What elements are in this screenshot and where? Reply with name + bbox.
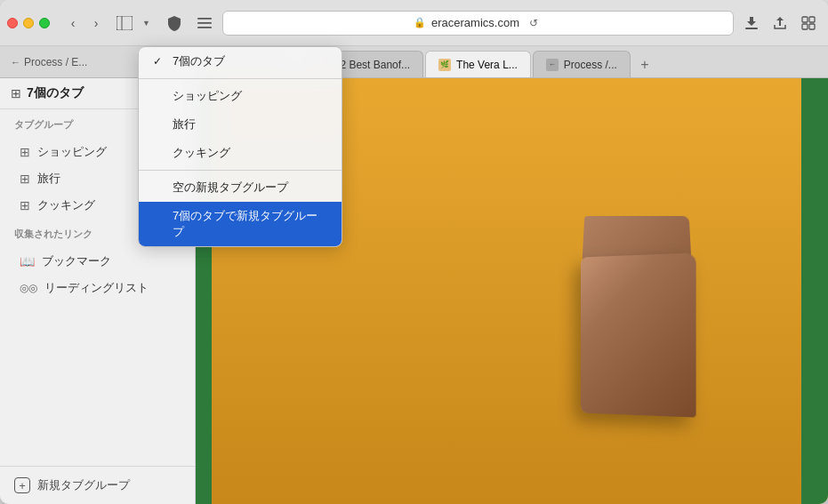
svg-rect-0 bbox=[117, 16, 133, 30]
dropdown-item-new-group-with-tabs[interactable]: 7個のタブで新規タブグループ bbox=[139, 202, 342, 246]
titlebar: ‹ › ▼ 🔒 eraceramics.com bbox=[0, 0, 828, 46]
tab-process[interactable]: ← Process /... bbox=[533, 51, 631, 77]
sidebar-item-reading-list[interactable]: ◎◎ リーディングリスト bbox=[5, 276, 189, 300]
tab-label-process: Process /... bbox=[564, 59, 617, 71]
sidebar-shopping-label: ショッピング bbox=[37, 144, 107, 160]
sidebar-toggle-button[interactable] bbox=[112, 12, 137, 34]
maximize-button[interactable] bbox=[39, 18, 50, 28]
sidebar-chevron-button[interactable]: ▼ bbox=[142, 12, 157, 34]
minimize-button[interactable] bbox=[23, 18, 34, 28]
hamburger-button[interactable] bbox=[192, 11, 217, 36]
lock-icon: 🔒 bbox=[414, 17, 426, 28]
sidebar-travel-icon: ⊞ bbox=[20, 172, 30, 186]
tab-vera[interactable]: 🌿 The Vera L... bbox=[425, 51, 531, 77]
dropdown-item-shopping-label: ショッピング bbox=[173, 88, 242, 104]
sidebar-bookmarks-icon: 📖 bbox=[20, 254, 35, 268]
clay-sculpture bbox=[579, 255, 721, 433]
forward-button[interactable]: › bbox=[85, 12, 107, 34]
sidebar-cooking-label: クッキング bbox=[37, 197, 95, 213]
download-button[interactable] bbox=[739, 11, 764, 36]
new-tab-group-icon: + bbox=[14, 477, 30, 493]
dropdown-item-shopping[interactable]: ショッピング bbox=[139, 82, 342, 110]
main-content: ⊞ 7個のタブ タブグループ ⊞ ショッピング ⊞ 旅行 ⊞ クッキング 収集さ… bbox=[0, 78, 828, 504]
svg-rect-4 bbox=[197, 27, 212, 28]
toolbar-right bbox=[739, 11, 821, 36]
new-tab-group-button[interactable]: + 新規タブグループ bbox=[14, 477, 130, 493]
reload-button[interactable]: ↺ bbox=[525, 14, 543, 32]
sidebar-item-bookmarks[interactable]: 📖 ブックマーク bbox=[5, 249, 189, 274]
dropdown-item-travel-label: 旅行 bbox=[173, 116, 196, 132]
dropdown-item-new-group-with-tabs-label: 7個のタブで新規タブグループ bbox=[173, 208, 327, 240]
traffic-lights bbox=[7, 18, 50, 28]
green-bar-right bbox=[801, 78, 828, 504]
svg-rect-5 bbox=[745, 28, 758, 29]
tab-favicon-process: ← bbox=[546, 59, 559, 71]
dropdown-item-travel[interactable]: 旅行 bbox=[139, 110, 342, 139]
dropdown-item-new-empty-group-label: 空の新規タブグループ bbox=[173, 180, 288, 196]
dropdown-menu: ✓ 7個のタブ ショッピング 旅行 クッキング 空の新規タブグループ 7個のタブ… bbox=[138, 46, 342, 247]
share-button[interactable] bbox=[768, 11, 792, 36]
tab-favicon-vera: 🌿 bbox=[438, 59, 451, 71]
address-bar[interactable]: 🔒 eraceramics.com ↺ bbox=[222, 11, 734, 36]
grid-view-button[interactable] bbox=[796, 11, 821, 36]
sidebar-cooking-icon: ⊞ bbox=[20, 198, 30, 212]
dropdown-item-cooking-label: クッキング bbox=[173, 145, 230, 161]
dropdown-item-new-empty-group[interactable]: 空の新規タブグループ bbox=[139, 173, 342, 202]
nav-buttons: ‹ › bbox=[62, 12, 107, 34]
svg-rect-8 bbox=[802, 24, 808, 29]
sidebar-travel-label: 旅行 bbox=[37, 171, 60, 187]
tab-label-vera: The Vera L... bbox=[456, 59, 518, 71]
sidebar-reading-list-label: リーディングリスト bbox=[44, 280, 149, 296]
address-text: eraceramics.com bbox=[431, 16, 519, 29]
clay-body bbox=[581, 252, 696, 417]
back-button[interactable]: ‹ bbox=[62, 12, 84, 34]
close-button[interactable] bbox=[7, 18, 18, 28]
tabs-bar: ← Process / E... 🏛 Grand Cen... 52 52 Be… bbox=[0, 46, 828, 78]
sidebar-shopping-icon: ⊞ bbox=[20, 145, 30, 159]
shield-button[interactable] bbox=[162, 11, 187, 36]
svg-rect-2 bbox=[197, 18, 212, 20]
dropdown-item-current-group-label: 7個のタブ bbox=[173, 53, 225, 69]
new-tab-button[interactable]: + bbox=[632, 52, 657, 77]
tab-label-best-banoffee: 52 Best Banof... bbox=[334, 59, 410, 71]
sidebar-footer: + 新規タブグループ bbox=[0, 466, 195, 504]
tabs-group-icon: ⊞ bbox=[11, 86, 21, 100]
sidebar-bookmarks-label: ブックマーク bbox=[42, 253, 111, 269]
breadcrumb-label: Process / E... bbox=[24, 56, 87, 68]
new-tab-group-label: 新規タブグループ bbox=[37, 477, 130, 493]
svg-rect-3 bbox=[197, 22, 212, 24]
browser-window: ‹ › ▼ 🔒 eraceramics.com bbox=[0, 0, 828, 504]
dropdown-separator-1 bbox=[139, 78, 342, 79]
sidebar-reading-list-icon: ◎◎ bbox=[20, 282, 37, 294]
dropdown-separator-2 bbox=[139, 170, 342, 171]
svg-rect-9 bbox=[809, 24, 815, 29]
sidebar-current-group-label: 7個のタブ bbox=[27, 85, 84, 101]
svg-rect-6 bbox=[802, 17, 808, 22]
dropdown-item-current-group[interactable]: ✓ 7個のタブ bbox=[139, 47, 342, 76]
svg-rect-7 bbox=[809, 17, 815, 22]
dropdown-item-cooking[interactable]: クッキング bbox=[139, 139, 342, 167]
checkmark-icon: ✓ bbox=[153, 55, 165, 68]
